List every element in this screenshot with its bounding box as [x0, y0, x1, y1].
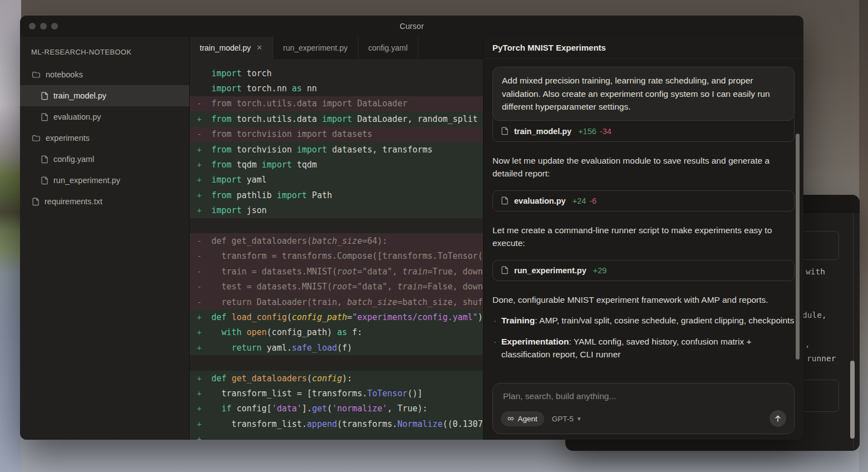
code-text: return yaml.safe_load(f) [204, 343, 352, 353]
assistant-response: train_model.py+156-34Now let me update t… [492, 113, 795, 361]
code-text: import yaml [204, 175, 267, 185]
assistant-bullet-item: ·Training: AMP, train/val split, cosine … [492, 314, 795, 327]
file-icon [501, 196, 509, 205]
tab-train-model-py[interactable]: train_model.py✕ [190, 37, 273, 59]
code-text: def load_config(config_path="experiments… [204, 312, 483, 322]
changed-file-name: run_experiment.py [514, 266, 586, 275]
tab-config-yaml[interactable]: config.yaml [358, 37, 418, 58]
bullet-text: Training: AMP, train/val split, cosine s… [501, 314, 794, 327]
diff-gutter-sign: - [190, 237, 204, 245]
sidebar-item-label: config.yaml [53, 155, 94, 164]
diff-removed-line[interactable]: -def get_dataloaders(batch_size=64): [190, 233, 483, 248]
wallpaper-painting-right [859, 0, 868, 472]
close-tab-icon[interactable]: ✕ [257, 44, 263, 51]
diff-removed-line[interactable]: -from torch.utils.data import DataLoader [190, 96, 483, 111]
diff-added-line[interactable]: + with open(config_path) as f: [190, 325, 483, 340]
diff-gutter-sign: + [190, 389, 204, 398]
code-line[interactable]: import torch [190, 66, 483, 81]
tab-run-experiment-py[interactable]: run_experiment.py [273, 37, 358, 58]
file-icon [41, 113, 48, 121]
diff-removed-line[interactable]: - train = datasets.MNIST(root="data", tr… [190, 264, 483, 279]
code-text: with open(config_path) as f: [204, 327, 362, 337]
code-text: transform = transforms.Compose([transfor… [204, 251, 483, 261]
code-diff-view[interactable]: import torchimport torch.nn as nn-from t… [190, 59, 483, 440]
sidebar-item-evaluation-py[interactable]: evaluation.py [20, 106, 189, 127]
diff-gutter-sign: - [190, 267, 204, 276]
code-text: from pathlib import Path [204, 190, 332, 200]
sidebar-item-notebooks[interactable]: notebooks [20, 64, 189, 85]
file-change-card-evaluation-py[interactable]: evaluation.py+24-6 [492, 190, 795, 212]
code-text: transform_list.append(transforms.Normali… [204, 419, 483, 429]
lines-removed-stat: -34 [600, 127, 611, 136]
code-text: def get_dataloaders(config): [204, 373, 352, 384]
diff-added-line[interactable]: +from tqdm import tqdm [190, 157, 483, 172]
bullet-dot: · [492, 335, 501, 361]
diff-added-line[interactable]: +import json [190, 203, 483, 218]
diff-added-line[interactable]: +def get_dataloaders(config): [190, 371, 483, 386]
diff-removed-line[interactable]: - test = datasets.MNIST(root="data", tra… [190, 279, 483, 294]
diff-added-line[interactable]: +from pathlib import Path [190, 188, 483, 203]
diff-gutter-sign: - [190, 282, 204, 291]
diff-gutter-sign: + [190, 374, 204, 383]
diff-removed-line[interactable]: - transform = transforms.Compose([transf… [190, 249, 483, 264]
diff-removed-line[interactable]: - return DataLoader(train, batch_size=ba… [190, 294, 483, 309]
diff-added-line[interactable]: + transform_list.append(transforms.Norma… [190, 416, 483, 431]
code-text: train = datasets.MNIST(root="data", trai… [204, 267, 483, 277]
code-text: import torch.nn as nn [204, 83, 317, 94]
bullet-dot: · [492, 314, 501, 327]
diff-gutter-sign: + [190, 115, 204, 124]
file-icon [32, 198, 40, 206]
file-change-card-run-experiment-py[interactable]: run_experiment.py+29 [492, 260, 795, 281]
chevron-down-icon: ▼ [576, 416, 582, 422]
model-label: GPT-5 [552, 415, 574, 423]
code-text: return DataLoader(train, batch_size=batc… [204, 297, 483, 307]
sidebar-item-run-experiment-py[interactable]: run_experiment.py [20, 170, 189, 191]
background-text-fragment: , [805, 340, 810, 348]
chat-input-box[interactable]: Plan, search, build anything... ∞ Agent … [492, 383, 795, 434]
lines-added-stat: +156 [578, 127, 596, 136]
sidebar-item-label: notebooks [46, 70, 83, 79]
code-line[interactable]: import torch.nn as nn [190, 81, 483, 96]
editor-tabbar: train_model.py✕run_experiment.pyconfig.y… [190, 37, 483, 59]
sidebar-item-train-model-py[interactable]: train_model.py [20, 85, 189, 106]
diff-added-line[interactable]: +from torch.utils.data import DataLoader… [190, 111, 483, 126]
assistant-paragraph: Done, configurable MNIST experiment fram… [492, 293, 795, 307]
background-text-fragment: runner [807, 354, 836, 363]
code-text: from tqdm import tqdm [204, 160, 317, 170]
sidebar-item-requirements-txt[interactable]: requirements.txt [20, 191, 189, 212]
diff-added-line[interactable]: +def load_config(config_path="experiment… [190, 309, 483, 324]
diff-added-line[interactable]: +import yaml [190, 173, 483, 188]
diff-added-line[interactable]: + return yaml.safe_load(f) [190, 340, 483, 355]
send-button[interactable] [770, 410, 786, 427]
background-window-scrollbar[interactable] [850, 361, 855, 439]
diff-added-line[interactable]: + transform_list = [transforms.ToTensor(… [190, 386, 483, 401]
assistant-bullet-item: ·Experimentation: YAML config, saved his… [492, 335, 795, 361]
chat-input-placeholder[interactable]: Plan, search, build anything... [501, 391, 786, 401]
wallpaper-painting-left [0, 0, 21, 472]
diff-gutter-sign: + [190, 328, 204, 337]
sidebar-item-label: train_model.py [53, 91, 106, 100]
model-selector[interactable]: GPT-5 ▼ [552, 415, 582, 423]
diff-removed-line[interactable]: -from torchvision import datasets [190, 127, 483, 142]
lines-added-stat: +24 [573, 196, 586, 205]
sidebar-item-experiments[interactable]: experiments [20, 127, 189, 149]
diff-added-line[interactable]: + if config['data'].get('normalize', Tru… [190, 401, 483, 416]
file-icon [41, 155, 48, 164]
sidebar-item-config-yaml[interactable]: config.yaml [20, 149, 189, 170]
chat-title: PyTorch MNIST Experiments [492, 43, 606, 52]
tab-label: train_model.py [200, 43, 251, 52]
diff-gutter-sign: + [190, 343, 204, 352]
chat-scrollbar[interactable] [796, 134, 800, 360]
diff-added-line[interactable]: + [190, 431, 483, 440]
project-name: ML-RESEARCH-NOTEBOOK [20, 41, 189, 64]
ai-chat-panel: PyTorch MNIST Experiments Add mixed prec… [483, 37, 803, 440]
code-text: from torch.utils.data import DataLoader,… [204, 114, 478, 124]
code-line[interactable] [190, 218, 483, 233]
chat-input-area: Plan, search, build anything... ∞ Agent … [492, 383, 795, 434]
chat-header: PyTorch MNIST Experiments [484, 37, 803, 59]
agent-mode-label: Agent [517, 415, 537, 423]
diff-added-line[interactable]: +from torchvision import datasets, trans… [190, 142, 483, 157]
code-line[interactable] [190, 355, 483, 370]
folder-icon [32, 70, 41, 79]
agent-mode-selector[interactable]: ∞ Agent [501, 411, 544, 426]
